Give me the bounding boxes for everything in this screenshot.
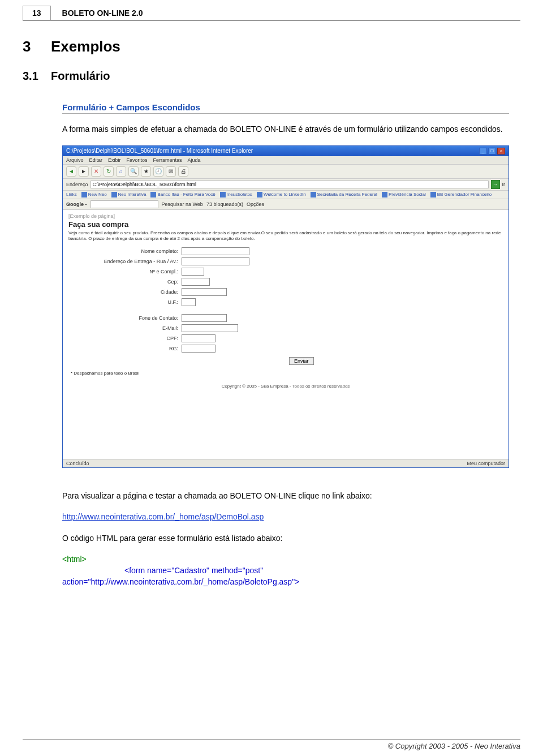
google-options[interactable]: Opções xyxy=(247,201,264,207)
link-item[interactable]: Welcome to LinkedIn xyxy=(257,192,306,197)
section-title: Formulário xyxy=(51,70,110,82)
google-search-button[interactable]: Pesquisar na Web xyxy=(162,201,203,207)
chapter-heading: 3Exemplos xyxy=(23,38,520,55)
link-icon xyxy=(150,192,156,197)
subsection-heading: Formulário + Campos Escondidos xyxy=(62,102,509,114)
status-right: Meu computador xyxy=(467,461,505,466)
toolbar: ◄ ► ✕ ↻ ⌂ 🔍 ★ 🕘 ✉ 🖨 xyxy=(63,165,508,179)
code-line: <form name="Cadastro" method="post" xyxy=(62,565,509,577)
doc-title: BOLETO ON-LINE 2.0 xyxy=(62,8,143,20)
form-heading: Faça sua compra xyxy=(68,220,503,229)
links-bar: Links New Neo Neo Interativa Banco Itaú … xyxy=(63,191,508,199)
window-title: C:\Projetos\Delphi\BOL\BOL_50601\form.ht… xyxy=(66,148,253,154)
menu-item[interactable]: Ajuda xyxy=(188,157,201,163)
section-number: 3.1 xyxy=(23,70,51,83)
after-para-2: O código HTML para gerar esse formulário… xyxy=(62,533,509,544)
section-heading: 3.1Formulário xyxy=(23,70,520,83)
field-label: Cidade: xyxy=(91,289,182,295)
link-icon xyxy=(220,192,226,197)
field-label: Endereço de Entrega - Rua / Av.: xyxy=(91,259,182,264)
forward-icon[interactable]: ► xyxy=(79,166,89,177)
close-icon[interactable]: × xyxy=(497,148,505,154)
field-label: U.F.: xyxy=(91,299,182,305)
google-toolbar: Google - Pesquisar na Web 73 bloqueado(s… xyxy=(63,199,508,210)
page-copyright: Copyright © 2005 - Sua Empresa - Todos o… xyxy=(68,384,503,389)
code-line: action="http://www.neointerativa.com.br/… xyxy=(62,577,509,588)
status-left: Concluído xyxy=(66,461,89,466)
address-bar: Endereço → Ir xyxy=(63,179,508,191)
link-item[interactable]: Neo Interativa xyxy=(111,192,146,197)
purchase-form: Nome completo: Endereço de Entrega - Rua… xyxy=(91,247,503,365)
google-label: Google - xyxy=(66,201,87,207)
after-para-1: Para visualizar a página e testar a cham… xyxy=(62,491,509,502)
google-blocked[interactable]: 73 bloqueado(s) xyxy=(206,201,243,207)
menu-item[interactable]: Exibir xyxy=(108,157,121,163)
link-item[interactable]: BB Gerenciador Financeiro xyxy=(430,192,492,197)
menu-item[interactable]: Arquivo xyxy=(66,157,84,163)
field-label: Fone de Contato: xyxy=(91,315,182,321)
example-tag: [Exemplo de página] xyxy=(68,213,503,219)
link-icon xyxy=(111,192,117,197)
field-label: E-Mail: xyxy=(91,325,182,331)
window-titlebar: C:\Projetos\Delphi\BOL\BOL_50601\form.ht… xyxy=(63,146,508,156)
page-number: 13 xyxy=(23,6,51,20)
browser-screenshot: C:\Projetos\Delphi\BOL\BOL_50601\form.ht… xyxy=(62,145,509,468)
cidade-input[interactable] xyxy=(182,288,227,296)
link-item[interactable]: Secretaria da Receita Federal xyxy=(311,192,377,197)
print-icon[interactable]: 🖨 xyxy=(178,166,188,177)
field-label: Nº e Compl.: xyxy=(91,269,182,274)
cep-input[interactable] xyxy=(182,278,210,286)
history-icon[interactable]: 🕘 xyxy=(153,166,163,177)
go-label: Ir xyxy=(502,182,506,187)
address-input[interactable] xyxy=(90,181,489,188)
favorites-icon[interactable]: ★ xyxy=(141,166,151,177)
link-item[interactable]: Banco Itaú - Feito Para Você xyxy=(150,192,215,197)
field-label: Nome completo: xyxy=(91,248,182,254)
search-icon[interactable]: 🔍 xyxy=(128,166,139,177)
intro-paragraph: A forma mais simples de efetuar a chamad… xyxy=(62,124,509,135)
address-label: Endereço xyxy=(66,182,88,187)
field-label: RG: xyxy=(91,346,182,351)
menubar: Arquivo Editar Exibir Favoritos Ferramen… xyxy=(63,156,508,165)
nome-input[interactable] xyxy=(182,247,249,255)
menu-item[interactable]: Ferramentas xyxy=(153,157,182,163)
page-footer: © Copyright 2003 - 2005 - Neo Interativa xyxy=(23,739,520,750)
menu-item[interactable]: Editar xyxy=(89,157,103,163)
back-icon[interactable]: ◄ xyxy=(66,166,76,177)
field-label: Cep: xyxy=(91,279,182,285)
rg-input[interactable] xyxy=(182,345,216,353)
google-search-input[interactable] xyxy=(90,200,158,208)
refresh-icon[interactable]: ↻ xyxy=(104,166,114,177)
link-icon xyxy=(257,192,262,197)
chapter-number: 3 xyxy=(23,38,51,55)
minimize-icon[interactable]: _ xyxy=(479,148,487,154)
field-label: CPF: xyxy=(91,336,182,341)
stop-icon[interactable]: ✕ xyxy=(91,166,101,177)
link-item[interactable]: Previdência Social xyxy=(382,192,426,197)
status-bar: Concluído Meu computador xyxy=(63,459,508,467)
submit-button[interactable]: Enviar xyxy=(289,357,314,365)
mail-icon[interactable]: ✉ xyxy=(166,166,176,177)
maximize-icon[interactable]: □ xyxy=(488,148,496,154)
form-description: Veja como é fácil adquirir o seu produto… xyxy=(68,230,503,242)
uf-input[interactable] xyxy=(182,298,196,306)
endereco-input[interactable] xyxy=(182,257,249,265)
link-icon xyxy=(430,192,436,197)
link-icon xyxy=(311,192,316,197)
link-item[interactable]: meusboletos xyxy=(220,192,252,197)
go-button[interactable]: → xyxy=(491,180,500,189)
cpf-input[interactable] xyxy=(182,334,216,342)
page-body: [Exemplo de página] Faça sua compra Veja… xyxy=(63,210,508,448)
email-input[interactable] xyxy=(182,324,238,332)
link-icon xyxy=(81,192,87,197)
link-item[interactable]: New Neo xyxy=(81,192,107,197)
fone-input[interactable] xyxy=(182,314,227,322)
code-line: <html> xyxy=(62,554,509,565)
demo-link[interactable]: http://www.neointerativa.com.br/_home/as… xyxy=(62,512,264,521)
links-label: Links xyxy=(66,192,77,197)
numero-input[interactable] xyxy=(182,268,204,276)
page-header: 13 BOLETO ON-LINE 2.0 xyxy=(23,6,520,21)
menu-item[interactable]: Favoritos xyxy=(127,157,148,163)
code-listing: <html> <form name="Cadastro" method="pos… xyxy=(62,554,509,587)
home-icon[interactable]: ⌂ xyxy=(116,166,126,177)
